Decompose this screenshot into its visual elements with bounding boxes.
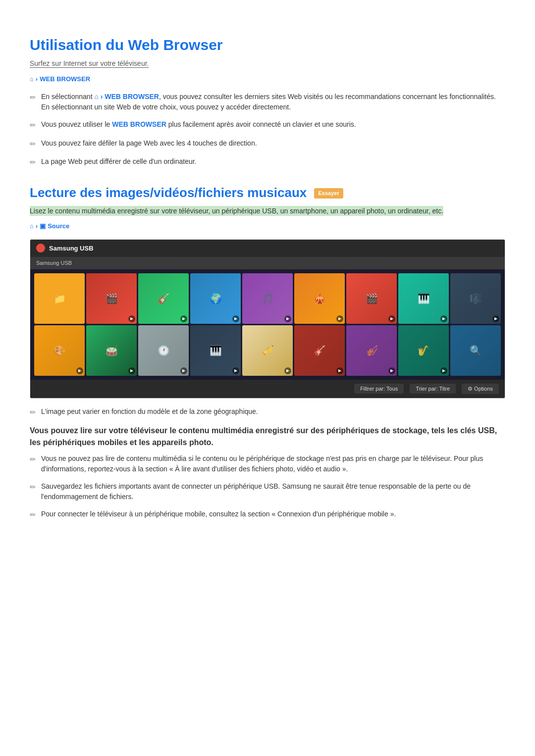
media-thumb[interactable]: 🎸 ▶ bbox=[294, 325, 345, 376]
media-grid: 📁 🎬 ▶ 🎸 ▶ 🌍 ▶ 🎵 ▶ 🎪 ▶ bbox=[30, 269, 505, 380]
bullet4-text: La page Web peut différer de celle d'un … bbox=[41, 156, 197, 167]
media-thumb[interactable]: 🌍 ▶ bbox=[190, 273, 241, 324]
pencil-icon: ✏ bbox=[30, 454, 36, 465]
chevron-icon: › bbox=[36, 221, 38, 231]
bullet3-text: Vous pouvez faire défiler la page Web av… bbox=[41, 138, 257, 149]
section2-breadcrumb: ⌂ › ▣ Source bbox=[30, 221, 505, 231]
sort-button[interactable]: Trier par: Titre bbox=[410, 384, 456, 394]
media-thumb[interactable]: 🎹 ▶ bbox=[190, 325, 241, 376]
device-dot bbox=[36, 244, 45, 252]
list-item: ✏ Sauvegardez les fichiers importants av… bbox=[30, 481, 505, 502]
media-thumb[interactable]: 🎼 ▶ bbox=[450, 273, 501, 324]
device-name: Samsung USB bbox=[49, 244, 94, 253]
media-thumb[interactable]: 🎺 ▶ bbox=[242, 325, 293, 376]
media-thumb[interactable]: 🎬 ▶ bbox=[346, 273, 397, 324]
media-player-box: Samsung USB Samsung USB 📁 🎬 ▶ 🎸 ▶ 🌍 ▶ 🎵 bbox=[30, 239, 505, 399]
media-sub-header: Samsung USB bbox=[30, 257, 505, 269]
media-thumb[interactable]: 🔍 bbox=[450, 325, 501, 376]
list-item: ✏ Pour connecter le téléviseur à un péri… bbox=[30, 509, 505, 521]
pencil-icon: ✏ bbox=[30, 139, 36, 150]
list-item: ✏ La page Web peut différer de celle d'u… bbox=[30, 156, 505, 168]
media-thumb[interactable]: 🎹 ▶ bbox=[398, 273, 449, 324]
media-thumb[interactable]: 🥁 ▶ bbox=[86, 325, 137, 376]
media-thumb[interactable]: 🎵 ▶ bbox=[242, 273, 293, 324]
pencil-icon: ✏ bbox=[30, 509, 36, 521]
pencil-icon: ✏ bbox=[30, 92, 36, 103]
section2-description: Vous pouvez lire sur votre téléviseur le… bbox=[30, 425, 505, 449]
options-button[interactable]: ⚙ Options bbox=[462, 384, 499, 394]
list-item: ✏ L'image peut varier en fonction du mod… bbox=[30, 406, 505, 418]
media-thumb[interactable]: 🎷 ▶ bbox=[398, 325, 449, 376]
media-section: Lecture des images/vidéos/fichiers music… bbox=[30, 183, 505, 521]
source-icon: ▣ bbox=[40, 221, 46, 231]
section1-bullet-list: ✏ En sélectionnant ⌂ › WEB BROWSER, vous… bbox=[30, 92, 505, 168]
section2-bullet-list: ✏ Vous ne pouvez pas lire de contenu mul… bbox=[30, 454, 505, 521]
list-item: ✏ Vous pouvez utiliser le WEB BROWSER pl… bbox=[30, 119, 505, 131]
section1-title: Utilisation du Web Browser bbox=[30, 34, 505, 56]
source-label: Source bbox=[48, 221, 69, 231]
chevron-icon: › bbox=[36, 74, 38, 84]
list-item: ✏ En sélectionnant ⌂ › WEB BROWSER, vous… bbox=[30, 92, 505, 112]
media-footer: Filtrer par: Tous Trier par: Titre ⚙ Opt… bbox=[30, 380, 505, 398]
bullet3-text: Pour connecter le téléviseur à un périph… bbox=[41, 509, 396, 519]
media-thumb[interactable]: 🎪 ▶ bbox=[294, 273, 345, 324]
pencil-icon: ✏ bbox=[30, 407, 36, 418]
home-icon: ⌂ bbox=[30, 221, 34, 231]
bullet2-text: Vous pouvez utiliser le WEB BROWSER plus… bbox=[41, 119, 356, 130]
bullet1-text: En sélectionnant ⌂ › WEB BROWSER, vous p… bbox=[41, 92, 505, 112]
filter-button[interactable]: Filtrer par: Tous bbox=[354, 384, 404, 394]
section2-title: Lecture des images/vidéos/fichiers music… bbox=[30, 183, 505, 202]
media-thumb[interactable]: 🎸 ▶ bbox=[138, 273, 189, 324]
media-thumb[interactable]: 🎨 ▶ bbox=[34, 325, 85, 376]
bullet1-text: Vous ne pouvez pas lire de contenu multi… bbox=[41, 454, 505, 474]
media-header: Samsung USB bbox=[30, 240, 505, 257]
section1-breadcrumb: ⌂ › WEB BROWSER bbox=[30, 74, 505, 84]
section2-subtitle: Lisez le contenu multimédia enregistré s… bbox=[30, 205, 505, 217]
media-note-list: ✏ L'image peut varier en fonction du mod… bbox=[30, 406, 505, 418]
list-item: ✏ Vous pouvez faire défiler la page Web … bbox=[30, 138, 505, 150]
list-item: ✏ Vous ne pouvez pas lire de contenu mul… bbox=[30, 454, 505, 474]
bullet2-text: Sauvegardez les fichiers importants avan… bbox=[41, 481, 505, 502]
web-browser-section: Utilisation du Web Browser Surfez sur In… bbox=[30, 34, 505, 168]
pencil-icon: ✏ bbox=[30, 157, 36, 168]
media-thumb[interactable]: 🎻 ▶ bbox=[346, 325, 397, 376]
try-badge: Essayer bbox=[314, 188, 343, 199]
pencil-icon: ✏ bbox=[30, 482, 36, 493]
media-thumb[interactable]: 📁 bbox=[34, 273, 85, 324]
note-text: L'image peut varier en fonction du modèl… bbox=[41, 406, 258, 417]
pencil-icon: ✏ bbox=[30, 120, 36, 131]
home-icon: ⌂ bbox=[30, 74, 34, 84]
breadcrumb-label: WEB BROWSER bbox=[40, 74, 90, 84]
media-thumb[interactable]: 🕐 ▶ bbox=[138, 325, 189, 376]
media-thumb[interactable]: 🎬 ▶ bbox=[86, 273, 137, 324]
section1-subtitle: Surfez sur Internet sur votre téléviseur… bbox=[30, 58, 505, 69]
